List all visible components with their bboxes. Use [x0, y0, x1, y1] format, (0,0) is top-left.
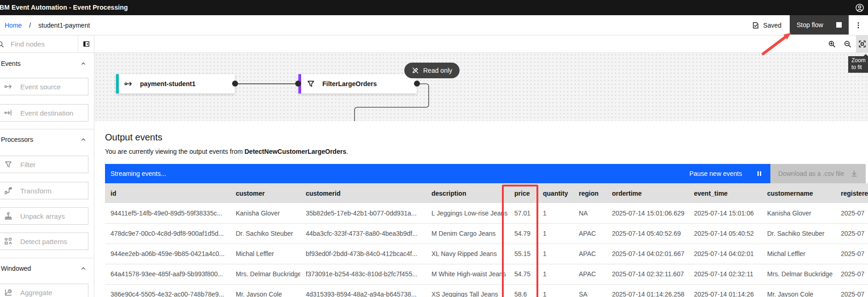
node-palette: EventsEvent sourceEvent destinationProce…	[0, 53, 94, 297]
output-port[interactable]	[414, 81, 420, 87]
table-cell: 2025-07	[835, 203, 868, 223]
output-events-heading: Output events	[105, 132, 868, 143]
palette-item-aggregate[interactable]: Aggregate	[0, 284, 88, 297]
table-cell: 35b82de5-17eb-42b1-b077-0dd931a...	[300, 203, 426, 223]
palette-divider	[0, 258, 94, 258]
table-cell: 2025-07	[835, 223, 868, 244]
input-port[interactable]	[295, 81, 301, 87]
table-cell: APAC	[573, 223, 606, 244]
breadcrumb-bar: Home / student1-payment Saved Stop flow	[0, 15, 868, 35]
palette-item-label: Event destination	[20, 109, 73, 117]
edit-off-icon	[412, 67, 419, 74]
output-events-description: You are currently viewing the output eve…	[105, 148, 868, 155]
table-cell: APAC	[573, 244, 606, 264]
pause-new-events-button[interactable]: Pause new events	[682, 164, 770, 183]
output-port[interactable]	[232, 81, 238, 87]
table-cell: XL Navy Ripped Jeans	[426, 244, 509, 264]
chevron-up-icon	[80, 136, 87, 143]
overflow-menu-button[interactable]	[849, 15, 868, 35]
table-row[interactable]: 94411ef5-14fb-49e0-89d5-59f38335c...Kani…	[105, 203, 868, 223]
table-cell: Kanisha Glover	[762, 203, 835, 223]
table-cell: 2025-07	[835, 264, 868, 284]
find-nodes-input[interactable]	[11, 40, 66, 48]
table-cell: 58.6	[509, 284, 537, 297]
palette-item-detect-patterns[interactable]: Detect patterns	[0, 233, 88, 250]
download-csv-button[interactable]: Download as a .csv file	[770, 164, 866, 183]
tooltip-line: Zoom	[851, 57, 868, 64]
palette-item-label: Aggregate	[20, 289, 52, 297]
saved-label: Saved	[763, 22, 781, 29]
description-text: You are currently viewing the output eve…	[105, 148, 245, 155]
output-events-table: idcustomercustomeriddescriptionpricequan…	[105, 183, 868, 297]
palette-item-event-source[interactable]: Event source	[0, 78, 88, 95]
palette-item-unpack-arrays[interactable]: Unpack arrays	[0, 207, 88, 225]
palette-section-events[interactable]: Events	[1, 58, 89, 69]
table-row[interactable]: 944ee2eb-a06b-459e-9b85-0421a4c0...Micha…	[105, 244, 868, 264]
column-header-price: price	[509, 183, 537, 203]
collapse-palette-button[interactable]	[78, 35, 94, 52]
zoom-in-button[interactable]	[824, 35, 839, 52]
column-header-customer: customer	[230, 183, 300, 203]
stop-icon	[836, 22, 842, 28]
table-cell: 478dc9e7-00c0-4c8d-9df8-900af1d5d...	[105, 223, 230, 244]
table-cell: Mrs. Delmar Buckridge	[762, 264, 835, 284]
description-node-name: DetectNewCustomerLargeOrders	[245, 148, 346, 155]
tooltip-line: to fit	[851, 64, 868, 71]
stop-flow-button[interactable]: Stop flow	[790, 15, 849, 35]
output-events-section: Output events You are currently viewing …	[94, 121, 868, 297]
table-row[interactable]: 386e90c4-5505-4e32-ac00-748b78e9...Mr. J…	[105, 284, 868, 297]
table-cell: XS Jeggings Tall Jeans	[426, 284, 509, 297]
node-filterlargeorders[interactable]: FilterLargeOrders	[298, 74, 417, 93]
save-icon	[752, 22, 759, 29]
find-nodes-search	[0, 35, 78, 52]
table-cell: f373091e-b254-483c-810d-b2fc7f455...	[300, 264, 426, 284]
table-cell: 386e90c4-5505-4e32-ac00-748b78e9...	[105, 284, 230, 297]
table-cell: 2025-07	[835, 244, 868, 264]
user-avatar-icon[interactable]	[854, 2, 865, 13]
column-header-registered: registered	[835, 183, 868, 203]
table-cell: 44ba3cfc-323f-4737-8a80-4bea3b9df...	[300, 223, 426, 244]
table-cell: 1	[537, 203, 573, 223]
table-cell: M Denim Cargo Jeans	[426, 223, 509, 244]
table-cell: 94411ef5-14fb-49e0-89d5-59f38335c...	[105, 203, 230, 223]
palette-item-label: Transform	[20, 187, 52, 195]
canvas-toolbar	[0, 35, 868, 53]
table-cell: 2025-07-14 05:40:52.69	[606, 223, 688, 244]
table-cell: 2025-07-14 04:02:01	[688, 244, 762, 264]
table-cell: 64a41578-93ee-485f-aaf9-5b993f800...	[105, 264, 230, 284]
palette-item-filter[interactable]: Filter	[0, 156, 88, 173]
column-header-customername: customername	[762, 183, 835, 203]
table-row[interactable]: 478dc9e7-00c0-4c8d-9df8-900af1d5d...Dr. …	[105, 223, 868, 244]
table-cell: 1	[537, 284, 573, 297]
node-payment-student1[interactable]: payment-student1	[116, 74, 235, 93]
table-cell: 4d315393-8594-48a2-a94a-b645738...	[300, 284, 426, 297]
table-cell: Kanisha Glover	[230, 203, 300, 223]
event-source-icon	[124, 80, 133, 88]
table-cell: bf93ed0f-2bdd-473b-84c0-412bcac4f...	[300, 244, 426, 264]
table-cell: Michal Leffler	[762, 244, 835, 264]
palette-item-transform[interactable]: Transform	[0, 182, 88, 199]
app-title: IBM Event Automation - Event Processing	[0, 4, 128, 11]
zoom-to-fit-button[interactable]	[856, 35, 868, 52]
table-cell: 54.79	[509, 223, 537, 244]
chevron-up-icon	[80, 60, 87, 67]
table-cell: 1	[537, 244, 573, 264]
table-cell: Michal Leffler	[230, 244, 300, 264]
breadcrumb-home-link[interactable]: Home	[5, 22, 22, 29]
table-cell: 55.15	[509, 244, 537, 264]
table-cell: Mr. Jayson Cole	[230, 284, 300, 297]
table-row[interactable]: 64a41578-93ee-485f-aaf9-5b993f800...Mrs.…	[105, 264, 868, 284]
palette-section-windowed[interactable]: Windowed	[1, 263, 89, 274]
zoom-out-button[interactable]	[839, 35, 855, 52]
palette-item-event-destination[interactable]: Event destination	[0, 104, 88, 122]
unpack-arrays-icon	[4, 212, 12, 220]
filter-icon	[307, 80, 315, 88]
table-cell: 2025-07-14 02:32:11	[688, 264, 762, 284]
flow-canvas[interactable]: payment-student1 FilterLargeOrders Read …	[94, 53, 868, 121]
palette-section-processors[interactable]: Processors	[1, 134, 89, 145]
table-cell: L Jeggings Low-rise Jeans	[426, 203, 509, 223]
table-cell: NA	[573, 203, 606, 223]
table-cell: Mr. Jayson Cole	[762, 284, 835, 297]
zoom-to-fit-tooltip: Zoom to fit	[848, 56, 868, 73]
edge-link	[235, 83, 298, 84]
